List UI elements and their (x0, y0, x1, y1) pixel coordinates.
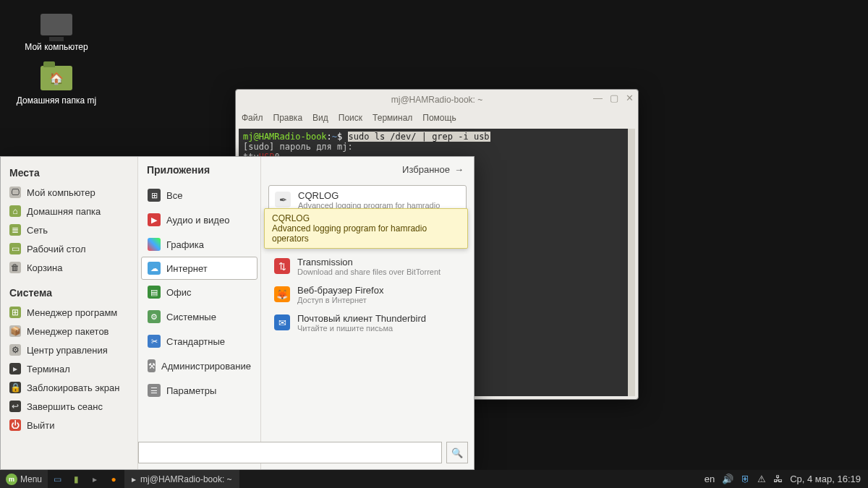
menu-view[interactable]: Вид (312, 113, 328, 123)
desktop-icon-label: Домашняя папка mj (6, 95, 107, 106)
grid-icon: ⊞ (148, 189, 161, 202)
terminal-scrollbar[interactable] (628, 129, 635, 396)
search-button[interactable]: 🔍 (446, 442, 468, 463)
computer-icon: 🖵 (9, 187, 21, 198)
menu-terminal[interactable]: Терминал (373, 113, 412, 123)
arrow-right-icon: → (454, 164, 464, 175)
system-terminal[interactable]: ▸Терминал (1, 359, 137, 378)
terminal-menubar: Файл Правка Вид Поиск Терминал Помощь (236, 110, 638, 126)
volume-icon[interactable]: 🔊 (722, 474, 733, 484)
document-icon: ▤ (148, 286, 161, 299)
clock[interactable]: Ср, 4 мар, 16:19 (790, 474, 861, 484)
taskbar-task-terminal[interactable]: ▸ mj@HAMRadio-book: ~ (124, 470, 239, 488)
power-icon: ⏻ (9, 419, 21, 431)
app-icon: ⊞ (9, 307, 21, 318)
terminal-output-line: [sudo] пароль для mj: (243, 142, 631, 152)
system-package-manager[interactable]: 📦Менеджер пакетов (1, 322, 137, 341)
places-trash[interactable]: 🗑Корзина (1, 258, 137, 277)
terminal-titlebar[interactable]: mj@HAMRadio-book: ~ — ▢ ✕ (236, 90, 638, 110)
terminal-icon: ▸ (132, 474, 136, 484)
warning-icon[interactable]: ⚠ (757, 474, 766, 484)
prompt-path: ~ (332, 132, 337, 142)
terminal-command: sudo ls /dev/ | grep -i usb (348, 132, 490, 142)
show-desktop-button[interactable]: ▭ (48, 470, 67, 488)
firefox-icon: ● (111, 474, 116, 484)
search-icon: 🔍 (451, 448, 463, 458)
menu-button[interactable]: m Menu (0, 470, 48, 488)
tools-icon: ✂ (148, 335, 161, 348)
thunderbird-icon: ✉ (274, 314, 290, 330)
keyboard-layout[interactable]: en (705, 474, 715, 484)
admin-icon: ⚒ (148, 359, 156, 372)
prompt-symbol: $ (337, 132, 342, 142)
menu-edit[interactable]: Правка (273, 113, 303, 123)
menu-search[interactable]: Поиск (339, 113, 362, 123)
close-icon[interactable]: ✕ (626, 93, 634, 103)
lock-icon: 🔒 (9, 382, 21, 393)
network-icon: ≣ (9, 224, 21, 236)
system-heading: Система (1, 283, 137, 303)
search-input[interactable] (138, 442, 442, 463)
desktop-icon-home[interactable]: Домашняя папка mj (6, 64, 107, 106)
computer-icon (41, 14, 72, 35)
minimize-icon[interactable]: — (593, 93, 603, 103)
home-icon: ⌂ (9, 205, 21, 217)
places-heading: Места (1, 163, 137, 183)
start-menu-sidebar: Места 🖵Мой компьютер ⌂Домашняя папка ≣Се… (1, 157, 138, 469)
category-system[interactable]: ⚙Системные (138, 304, 260, 329)
palette-icon (148, 238, 161, 251)
system-software-manager[interactable]: ⊞Менеджер программ (1, 303, 137, 322)
category-office[interactable]: ▤Офис (138, 280, 260, 304)
places-computer[interactable]: 🖵Мой компьютер (1, 183, 137, 202)
category-audio-video[interactable]: ▶Аудио и видео (138, 207, 260, 232)
category-graphics[interactable]: Графика (138, 232, 260, 257)
firefox-icon: 🦊 (274, 286, 290, 302)
category-internet[interactable]: ☁Интернет (141, 257, 258, 280)
terminal-launcher-button[interactable]: ▸ (85, 470, 104, 488)
menu-help[interactable]: Помощь (422, 113, 456, 123)
terminal-icon: ▸ (93, 474, 97, 484)
system-quit[interactable]: ⏻Выйти (1, 416, 137, 435)
app-item-transmission[interactable]: ⇅ Transmission Download and share files … (268, 252, 467, 281)
category-standard[interactable]: ✂Стандартные (138, 329, 260, 354)
prefs-icon: ☰ (148, 384, 161, 397)
desktop-icon-label: Мой компьютер (6, 42, 107, 52)
file-manager-button[interactable]: ▮ (67, 470, 85, 488)
firefox-launcher-button[interactable]: ● (104, 470, 123, 488)
system-control-center[interactable]: ⚙Центр управления (1, 341, 137, 359)
places-home[interactable]: ⌂Домашняя папка (1, 202, 137, 221)
play-icon: ▶ (148, 213, 161, 226)
app-tooltip: CQRLOG Advanced logging program for hamr… (264, 208, 468, 249)
desktop-icon: ▭ (9, 243, 21, 254)
app-item-thunderbird[interactable]: ✉ Почтовый клиент Thunderbird Читайте и … (268, 309, 467, 337)
mint-logo-icon: m (6, 474, 17, 485)
terminal-title: mj@HAMRadio-book: ~ (391, 95, 483, 105)
network-icon[interactable]: 🖧 (773, 474, 783, 484)
category-all[interactable]: ⊞Все (138, 183, 260, 207)
terminal-icon: ▸ (9, 363, 21, 374)
desktop-icon: ▭ (54, 474, 61, 484)
cqrlog-icon: ✒ (275, 192, 291, 207)
desktop-icon-computer[interactable]: Мой компьютер (6, 10, 107, 52)
favorites-link[interactable]: Избранное → (261, 157, 474, 182)
package-icon: 📦 (9, 325, 21, 337)
system-logout[interactable]: ↩Завершить сеанс (1, 397, 137, 416)
system-icon: ⚙ (148, 310, 161, 323)
trash-icon: 🗑 (9, 262, 21, 273)
transmission-icon: ⇅ (274, 258, 290, 274)
system-lock[interactable]: 🔒Заблокировать экран (1, 378, 137, 397)
start-menu-categories: Приложения ⊞Все ▶Аудио и видео Графика ☁… (138, 157, 261, 469)
home-folder-icon (41, 66, 72, 90)
taskbar: m Menu ▭ ▮ ▸ ● ▸ mj@HAMRadio-book: ~ en … (0, 470, 868, 488)
category-admin[interactable]: ⚒Администрирование (138, 354, 260, 378)
app-item-firefox[interactable]: 🦊 Веб-браузер Firefox Доступ в Интернет (268, 281, 467, 309)
menu-file[interactable]: Файл (242, 113, 263, 123)
maximize-icon[interactable]: ▢ (610, 93, 618, 103)
prompt-user: mj@HAMRadio-book (243, 132, 327, 142)
places-network[interactable]: ≣Сеть (1, 221, 137, 239)
start-menu-apps: Избранное → ✒ CQRLOG Advanced logging pr… (261, 157, 474, 469)
category-prefs[interactable]: ☰Параметры (138, 378, 260, 403)
shield-icon[interactable]: ⛨ (741, 474, 750, 484)
settings-icon: ⚙ (9, 344, 21, 356)
places-desktop[interactable]: ▭Рабочий стол (1, 239, 137, 258)
